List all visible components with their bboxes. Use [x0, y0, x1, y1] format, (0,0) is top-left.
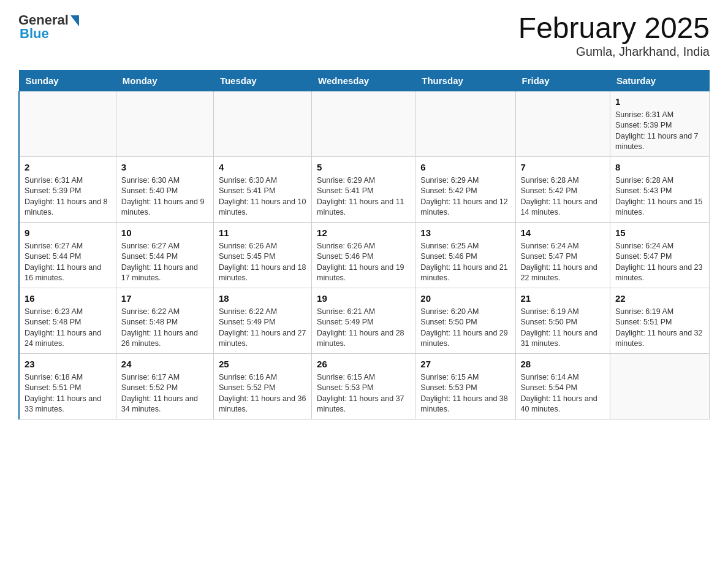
header-day-friday: Friday — [515, 70, 610, 91]
logo-triangle-icon — [70, 15, 79, 26]
week-row-3: 9Sunrise: 6:27 AMSunset: 5:44 PMDaylight… — [19, 222, 710, 288]
day-info: Sunrise: 6:16 AMSunset: 5:52 PMDaylight:… — [219, 372, 306, 415]
calendar-cell: 18Sunrise: 6:22 AMSunset: 5:49 PMDayligh… — [213, 288, 311, 353]
header-day-monday: Monday — [116, 70, 213, 91]
day-number: 9 — [25, 226, 111, 239]
calendar-cell — [213, 91, 311, 156]
day-number: 8 — [615, 161, 704, 174]
calendar-cell — [312, 91, 415, 156]
day-number: 17 — [121, 292, 208, 305]
logo: General Blue — [18, 12, 79, 42]
calendar-cell: 19Sunrise: 6:21 AMSunset: 5:49 PMDayligh… — [312, 288, 415, 353]
calendar-header: SundayMondayTuesdayWednesdayThursdayFrid… — [19, 70, 710, 91]
calendar-cell: 13Sunrise: 6:25 AMSunset: 5:46 PMDayligh… — [415, 222, 515, 288]
day-number: 28 — [521, 358, 605, 370]
calendar-cell: 23Sunrise: 6:18 AMSunset: 5:51 PMDayligh… — [19, 353, 116, 419]
calendar-cell: 26Sunrise: 6:15 AMSunset: 5:53 PMDayligh… — [312, 353, 415, 419]
header-row: SundayMondayTuesdayWednesdayThursdayFrid… — [19, 70, 710, 91]
day-info: Sunrise: 6:23 AMSunset: 5:48 PMDaylight:… — [25, 307, 111, 350]
calendar-cell — [116, 91, 213, 156]
calendar-cell: 10Sunrise: 6:27 AMSunset: 5:44 PMDayligh… — [116, 222, 213, 288]
day-number: 4 — [219, 161, 306, 174]
calendar-cell — [610, 353, 710, 419]
header-day-sunday: Sunday — [19, 70, 116, 91]
day-number: 27 — [420, 358, 510, 370]
day-info: Sunrise: 6:14 AMSunset: 5:54 PMDaylight:… — [521, 372, 605, 415]
day-info: Sunrise: 6:21 AMSunset: 5:49 PMDaylight:… — [317, 307, 410, 350]
day-number: 2 — [25, 161, 111, 174]
calendar-cell — [515, 91, 610, 156]
page-title: February 2025 — [518, 12, 710, 45]
page-header: General Blue February 2025 Gumla, Jharkh… — [18, 12, 710, 59]
day-number: 1 — [615, 95, 704, 108]
calendar-cell: 4Sunrise: 6:30 AMSunset: 5:41 PMDaylight… — [213, 156, 311, 222]
header-day-wednesday: Wednesday — [312, 70, 415, 91]
day-number: 19 — [317, 292, 410, 305]
day-info: Sunrise: 6:26 AMSunset: 5:46 PMDaylight:… — [317, 241, 410, 284]
day-number: 10 — [121, 226, 208, 239]
calendar-cell: 16Sunrise: 6:23 AMSunset: 5:48 PMDayligh… — [19, 288, 116, 353]
day-info: Sunrise: 6:15 AMSunset: 5:53 PMDaylight:… — [317, 372, 410, 415]
calendar-cell: 24Sunrise: 6:17 AMSunset: 5:52 PMDayligh… — [116, 353, 213, 419]
calendar-cell: 5Sunrise: 6:29 AMSunset: 5:41 PMDaylight… — [312, 156, 415, 222]
calendar-cell: 11Sunrise: 6:26 AMSunset: 5:45 PMDayligh… — [213, 222, 311, 288]
day-number: 12 — [317, 226, 410, 239]
calendar-cell: 27Sunrise: 6:15 AMSunset: 5:53 PMDayligh… — [415, 353, 515, 419]
header-day-thursday: Thursday — [415, 70, 515, 91]
day-info: Sunrise: 6:27 AMSunset: 5:44 PMDaylight:… — [25, 241, 111, 284]
calendar-cell: 7Sunrise: 6:28 AMSunset: 5:42 PMDaylight… — [515, 156, 610, 222]
day-number: 22 — [615, 292, 704, 305]
page-subtitle: Gumla, Jharkhand, India — [518, 45, 710, 59]
day-number: 11 — [219, 226, 306, 239]
day-info: Sunrise: 6:15 AMSunset: 5:53 PMDaylight:… — [420, 372, 510, 415]
day-info: Sunrise: 6:18 AMSunset: 5:51 PMDaylight:… — [25, 372, 111, 415]
calendar-cell: 14Sunrise: 6:24 AMSunset: 5:47 PMDayligh… — [515, 222, 610, 288]
day-info: Sunrise: 6:29 AMSunset: 5:42 PMDaylight:… — [420, 175, 510, 218]
calendar-cell: 20Sunrise: 6:20 AMSunset: 5:50 PMDayligh… — [415, 288, 515, 353]
day-info: Sunrise: 6:30 AMSunset: 5:41 PMDaylight:… — [219, 175, 306, 218]
day-number: 6 — [420, 161, 510, 174]
day-info: Sunrise: 6:22 AMSunset: 5:49 PMDaylight:… — [219, 307, 306, 350]
calendar-body: 1Sunrise: 6:31 AMSunset: 5:39 PMDaylight… — [19, 91, 710, 419]
day-number: 21 — [521, 292, 605, 305]
day-number: 24 — [121, 358, 208, 370]
calendar-cell: 12Sunrise: 6:26 AMSunset: 5:46 PMDayligh… — [312, 222, 415, 288]
day-info: Sunrise: 6:17 AMSunset: 5:52 PMDaylight:… — [121, 372, 208, 415]
day-number: 13 — [420, 226, 510, 239]
logo-blue-text: Blue — [18, 26, 49, 42]
calendar-cell: 6Sunrise: 6:29 AMSunset: 5:42 PMDaylight… — [415, 156, 515, 222]
calendar-table: SundayMondayTuesdayWednesdayThursdayFrid… — [18, 70, 710, 419]
day-number: 23 — [25, 358, 111, 370]
header-day-saturday: Saturday — [610, 70, 710, 91]
day-info: Sunrise: 6:30 AMSunset: 5:40 PMDaylight:… — [121, 175, 208, 218]
week-row-2: 2Sunrise: 6:31 AMSunset: 5:39 PMDaylight… — [19, 156, 710, 222]
day-number: 25 — [219, 358, 306, 370]
day-number: 26 — [317, 358, 410, 370]
calendar-cell — [19, 91, 116, 156]
calendar-cell: 9Sunrise: 6:27 AMSunset: 5:44 PMDaylight… — [19, 222, 116, 288]
day-info: Sunrise: 6:28 AMSunset: 5:43 PMDaylight:… — [615, 175, 704, 218]
day-number: 15 — [615, 226, 704, 239]
day-info: Sunrise: 6:19 AMSunset: 5:50 PMDaylight:… — [521, 307, 605, 350]
calendar-cell: 25Sunrise: 6:16 AMSunset: 5:52 PMDayligh… — [213, 353, 311, 419]
calendar-cell: 21Sunrise: 6:19 AMSunset: 5:50 PMDayligh… — [515, 288, 610, 353]
week-row-1: 1Sunrise: 6:31 AMSunset: 5:39 PMDaylight… — [19, 91, 710, 156]
week-row-5: 23Sunrise: 6:18 AMSunset: 5:51 PMDayligh… — [19, 353, 710, 419]
calendar-cell: 2Sunrise: 6:31 AMSunset: 5:39 PMDaylight… — [19, 156, 116, 222]
calendar-cell: 28Sunrise: 6:14 AMSunset: 5:54 PMDayligh… — [515, 353, 610, 419]
day-number: 16 — [25, 292, 111, 305]
day-info: Sunrise: 6:20 AMSunset: 5:50 PMDaylight:… — [420, 307, 510, 350]
day-info: Sunrise: 6:27 AMSunset: 5:44 PMDaylight:… — [121, 241, 208, 284]
day-number: 5 — [317, 161, 410, 174]
day-number: 14 — [521, 226, 605, 239]
day-number: 7 — [521, 161, 605, 174]
day-info: Sunrise: 6:31 AMSunset: 5:39 PMDaylight:… — [615, 110, 704, 153]
calendar-cell: 22Sunrise: 6:19 AMSunset: 5:51 PMDayligh… — [610, 288, 710, 353]
header-day-tuesday: Tuesday — [213, 70, 311, 91]
calendar-cell: 17Sunrise: 6:22 AMSunset: 5:48 PMDayligh… — [116, 288, 213, 353]
day-number: 20 — [420, 292, 510, 305]
day-info: Sunrise: 6:28 AMSunset: 5:42 PMDaylight:… — [521, 175, 605, 218]
day-info: Sunrise: 6:31 AMSunset: 5:39 PMDaylight:… — [25, 175, 111, 218]
day-info: Sunrise: 6:25 AMSunset: 5:46 PMDaylight:… — [420, 241, 510, 284]
calendar-cell: 15Sunrise: 6:24 AMSunset: 5:47 PMDayligh… — [610, 222, 710, 288]
